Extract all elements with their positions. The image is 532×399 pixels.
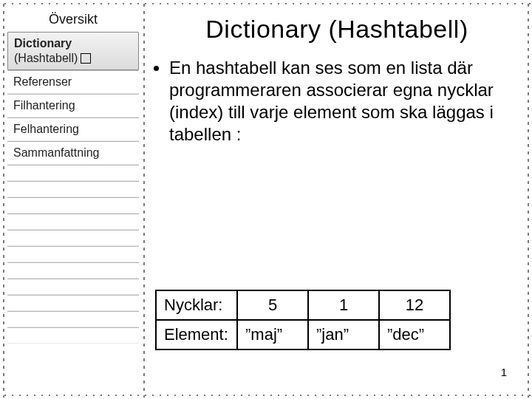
- sidebar-empty-row: [7, 214, 139, 230]
- sidebar-empty-row: [7, 181, 139, 197]
- sidebar-item-label: Felhantering: [13, 122, 79, 137]
- keys-elements-table: Nycklar: 5 1 12 Element: ”maj” ”jan” ”de…: [155, 290, 451, 350]
- cell: 1: [308, 290, 379, 320]
- placeholder-square-icon: [81, 53, 91, 64]
- sidebar-empty-row: [7, 295, 139, 311]
- sidebar-item-dictionary[interactable]: Dictionary (Hashtabell): [7, 32, 139, 70]
- cell: ”maj”: [237, 320, 308, 349]
- table-row: Element: ”maj” ”jan” ”dec”: [156, 320, 450, 349]
- outline-sidebar: Översikt Dictionary (Hashtabell) Referen…: [7, 9, 139, 344]
- border-top: [1, 1, 531, 6]
- border-bottom: [1, 393, 531, 398]
- sidebar-item-felhantering[interactable]: Felhantering: [7, 117, 139, 141]
- bullet-dot-icon: [154, 66, 159, 71]
- slide: Översikt Dictionary (Hashtabell) Referen…: [0, 0, 532, 399]
- cell-header: Element:: [156, 320, 237, 349]
- sidebar-item-sub: (Hashtabell): [14, 51, 78, 66]
- border-left: [1, 1, 6, 398]
- divider-vline: [142, 1, 146, 398]
- cell: 5: [237, 290, 308, 320]
- sidebar-title: Översikt: [7, 9, 139, 32]
- sidebar-empty-row: [7, 311, 139, 327]
- sidebar-empty-row: [7, 279, 139, 295]
- sidebar-item-filhantering[interactable]: Filhantering: [7, 94, 139, 117]
- sidebar-empty-row: [7, 262, 139, 279]
- main-content: Dictionary (Hashtabell) En hashtabell ka…: [151, 9, 523, 389]
- sidebar-item-label: Dictionary: [14, 36, 91, 51]
- bullet-item: En hashtabell kan ses som en lista där p…: [151, 57, 523, 146]
- sidebar-empty-row: [7, 197, 139, 214]
- cell: ”jan”: [308, 320, 379, 349]
- bullet-text: En hashtabell kan ses som en lista där p…: [169, 57, 517, 146]
- slide-number: 1: [501, 366, 507, 378]
- cell-header: Nycklar:: [156, 290, 237, 320]
- cell: ”dec”: [379, 320, 450, 349]
- sidebar-empty-row: [7, 327, 139, 344]
- border-right: [526, 1, 531, 398]
- sidebar-item-referenser[interactable]: Referenser: [7, 70, 139, 94]
- sidebar-empty-row: [7, 165, 139, 181]
- page-title: Dictionary (Hashtabell): [151, 15, 523, 44]
- cell: 12: [379, 290, 450, 320]
- sidebar-empty-row: [7, 230, 139, 246]
- sidebar-empty-row: [7, 246, 139, 262]
- sidebar-item-label: Referenser: [13, 75, 72, 89]
- sidebar-item-sammanfattning[interactable]: Sammanfattning: [7, 141, 139, 165]
- sidebar-item-label: Filhantering: [13, 98, 75, 113]
- sidebar-item-label: Sammanfattning: [13, 146, 100, 160]
- table-row: Nycklar: 5 1 12: [156, 290, 450, 320]
